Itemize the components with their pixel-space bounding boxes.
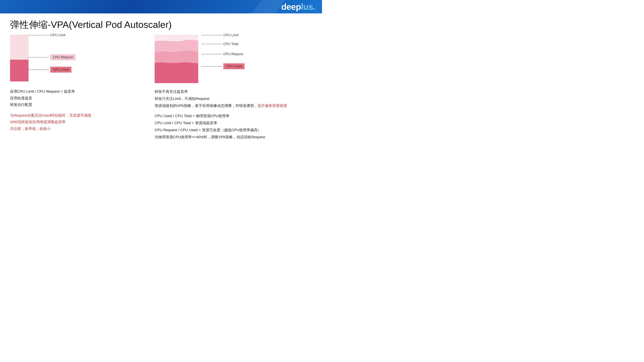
dashed-line-limit xyxy=(28,35,49,35)
right-dashed-total xyxy=(202,44,222,44)
left-text-line2: 应用粒度超卖 xyxy=(10,95,141,102)
dashed-line-used xyxy=(28,69,49,70)
right-text-line5: CPU Limit / CPU Total = 资源池超卖率 xyxy=(155,119,312,126)
right-text-block: 研发不再关注超卖率 研发只关注Limit，不感知Request 资源池级别的VP… xyxy=(155,88,312,141)
logo-dee: deep xyxy=(281,2,301,11)
right-label-total: CPU Total xyxy=(202,42,238,46)
right-text-line2: 研发只关注Limit，不感知Request xyxy=(155,95,312,102)
right-text-line7: 当物理资源CPU使用率<=40%时，调整VPA策略，动态回收Request xyxy=(155,134,312,141)
left-text-block: 应用CPU Limit / CPU Request = 超卖率 应用粒度超卖 研… xyxy=(10,88,141,132)
logo: deeplus. xyxy=(281,2,315,12)
right-label-request: CPU Requrst xyxy=(202,52,243,56)
left-label-limit: CPU Limit xyxy=(28,33,66,37)
right-text-line6: CPU Request / CPU Used = 资源冗余度（越低CPU使用率越… xyxy=(155,126,312,134)
right-text-line4: CPU Used / CPU Total = 物理资源CPU使用率 xyxy=(155,112,312,119)
left-text-line3: 研发自行配置 xyxy=(10,101,141,108)
right-section: CPU Limit CPU Total CPU Requrst CPU Used xyxy=(155,34,312,141)
left-label-request: CPU Requrst xyxy=(28,54,76,60)
left-text-line6: 共识差，效率低，收效小 xyxy=(10,125,141,132)
dashed-line-request xyxy=(28,57,49,57)
right-text-line3-prefix: 资源池级别的VPA策略，基于应用画像动态调整，对研发透明， xyxy=(155,104,258,108)
left-label-used: CPU Used xyxy=(28,67,72,72)
right-dashed-used xyxy=(202,66,222,66)
left-text-line5: SRE找研发按应用维度调整超卖率 xyxy=(10,119,141,125)
left-text-line4: 当Request分配完但Used特别低时，无资源可调度 xyxy=(10,112,141,119)
left-section: CPU Limit CPU Requrst CPU Used 应用CPU Lim… xyxy=(10,34,141,141)
right-text-line1: 研发不再关注超卖率 xyxy=(155,88,312,95)
page-title: 弹性伸缩-VPA(Vertical Pod Autoscaler) xyxy=(0,13,322,34)
right-label-limit: CPU Limit xyxy=(202,33,238,37)
logo-plus: lus. xyxy=(301,2,315,11)
right-label-used: CPU Used xyxy=(202,63,244,69)
main-content: CPU Limit CPU Requrst CPU Used 应用CPU Lim… xyxy=(0,34,322,141)
right-chart-svg xyxy=(155,34,198,83)
left-diagram: CPU Limit CPU Requrst CPU Used xyxy=(10,34,141,81)
header: deeplus. xyxy=(0,0,322,13)
right-text-line3-highlight: 提升服务部署密度 xyxy=(258,104,287,108)
left-text-line1: 应用CPU Limit / CPU Request = 超卖率 xyxy=(10,88,141,95)
right-dashed-limit xyxy=(202,35,222,35)
right-dashed-request xyxy=(202,54,222,54)
right-text-line3: 资源池级别的VPA策略，基于应用画像动态调整，对研发透明，提升服务部署密度 xyxy=(155,102,312,109)
right-diagram: CPU Limit CPU Total CPU Requrst CPU Used xyxy=(155,34,312,83)
